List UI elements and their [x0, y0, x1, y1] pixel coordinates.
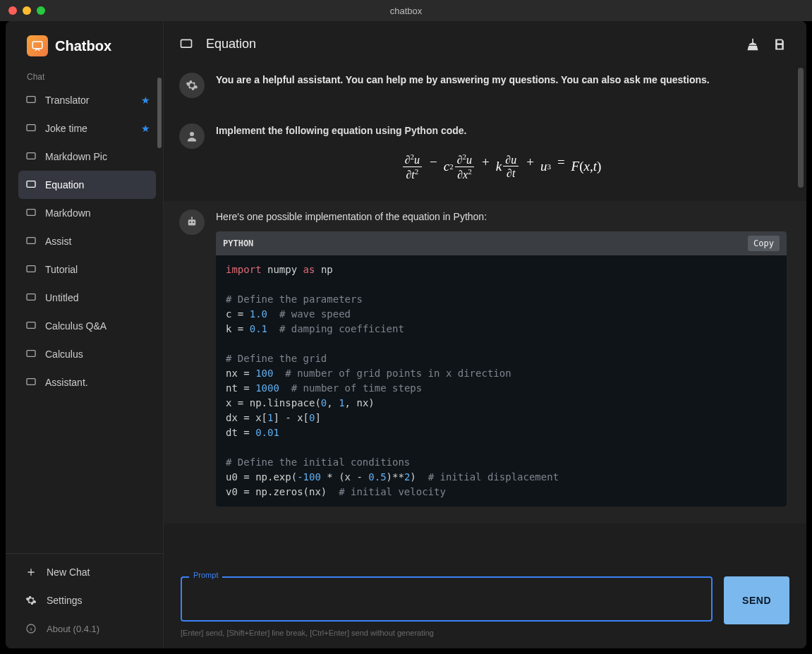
sidebar-item-tutorial[interactable]: Tutorial	[18, 255, 156, 284]
assistant-avatar	[179, 210, 205, 235]
star-icon: ★	[141, 95, 150, 106]
robot-icon	[186, 216, 198, 229]
sidebar-item-label: Calculus	[45, 349, 83, 360]
code-header: PYTHON Copy	[216, 231, 787, 255]
app-window: Chatbox Chat Translator ★ Joke time ★ Ma…	[6, 21, 806, 648]
minimize-window-button[interactable]	[23, 6, 31, 15]
input-hint: [Enter] send, [Shift+Enter] line break, …	[181, 629, 789, 637]
svg-rect-4	[27, 181, 35, 188]
sidebar-item-label: Markdown Pic	[45, 151, 107, 162]
sidebar-item-markdown[interactable]: Markdown	[18, 199, 156, 227]
messages-scrollbar[interactable]	[798, 68, 804, 188]
settings-button[interactable]: Settings	[18, 586, 156, 614]
message-assistant: Here's one possible implementation of th…	[164, 201, 806, 523]
sidebar-item-assist[interactable]: Assist	[18, 227, 156, 255]
gear-icon	[25, 595, 37, 606]
chat-icon	[25, 292, 37, 303]
sidebar-item-label: Tutorial	[45, 264, 78, 275]
chat-icon	[25, 377, 37, 388]
sidebar: Chatbox Chat Translator ★ Joke time ★ Ma…	[6, 21, 164, 648]
user-content: Implement the following equation using P…	[216, 123, 787, 184]
broom-icon[interactable]	[746, 37, 760, 52]
window-title: chatbox	[390, 6, 423, 16]
svg-point-16	[190, 222, 191, 223]
app-name: Chatbox	[55, 38, 111, 54]
gear-icon	[186, 79, 198, 92]
main-panel: Equation You are a helpful assistant. Yo…	[164, 21, 806, 648]
input-area: Prompt SEND [Enter] send, [Shift+Enter] …	[164, 569, 806, 648]
equation-display: ∂2u∂t2 − c2∂2u∂x2 + k∂u∂t + u3 = F(x, t)	[216, 138, 787, 184]
assistant-content: Here's one possible implementation of th…	[216, 210, 787, 507]
svg-rect-7	[27, 266, 35, 272]
svg-rect-1	[27, 97, 35, 103]
svg-rect-3	[27, 153, 35, 159]
conversation-header: Equation	[164, 21, 806, 64]
prompt-input[interactable]	[181, 576, 713, 622]
svg-rect-6	[27, 238, 35, 244]
sidebar-scrollbar[interactable]	[157, 78, 162, 148]
star-icon: ★	[141, 123, 150, 134]
app-logo: Chatbox	[6, 21, 163, 66]
sidebar-item-equation[interactable]: Equation	[18, 171, 156, 199]
svg-point-14	[190, 132, 194, 136]
maximize-window-button[interactable]	[37, 6, 45, 15]
sidebar-item-label: Calculus Q&A	[45, 320, 107, 332]
close-window-button[interactable]	[8, 6, 17, 15]
chat-icon	[25, 320, 37, 332]
sidebar-item-assistant[interactable]: Assistant.	[18, 368, 156, 396]
save-icon[interactable]	[772, 37, 787, 52]
sidebar-item-calculus-qa[interactable]: Calculus Q&A	[18, 312, 156, 340]
sidebar-item-label: Untitled	[45, 292, 78, 303]
message-user: Implement the following equation using P…	[164, 115, 806, 201]
sidebar-item-calculus[interactable]: Calculus	[18, 340, 156, 368]
chat-icon	[25, 207, 37, 219]
chat-icon	[25, 179, 37, 190]
sidebar-item-label: Equation	[45, 179, 84, 190]
svg-rect-13	[181, 40, 192, 47]
sidebar-item-label: Assistant.	[45, 377, 88, 388]
about-button[interactable]: About (0.4.1)	[18, 614, 156, 643]
chat-icon	[179, 37, 193, 52]
code-language: PYTHON	[223, 237, 253, 250]
prompt-label: Prompt	[189, 571, 222, 579]
user-avatar	[179, 123, 205, 149]
svg-rect-0	[32, 42, 42, 49]
new-chat-button[interactable]: New Chat	[18, 558, 156, 586]
plus-icon	[25, 567, 37, 578]
assistant-text: Here's one possible implementation of th…	[216, 210, 787, 224]
copy-button[interactable]: Copy	[748, 236, 780, 251]
sidebar-item-label: Joke time	[45, 123, 87, 134]
conversation-title: Equation	[206, 37, 256, 52]
sidebar-item-translator[interactable]: Translator ★	[18, 86, 156, 114]
chat-icon	[25, 151, 37, 162]
code-body[interactable]: import numpy as np # Define the paramete…	[216, 255, 787, 507]
svg-point-18	[191, 217, 193, 219]
about-label: About (0.4.1)	[47, 624, 99, 634]
system-content: You are a helpful assistant. You can hel…	[216, 73, 787, 98]
message-system: You are a helpful assistant. You can hel…	[164, 64, 806, 115]
chat-icon	[25, 349, 37, 360]
svg-point-17	[193, 222, 194, 223]
sidebar-item-markdown-pic[interactable]: Markdown Pic	[18, 143, 156, 171]
info-icon	[25, 623, 37, 634]
send-button[interactable]: SEND	[724, 576, 789, 624]
chat-icon	[25, 123, 37, 134]
sidebar-item-joke-time[interactable]: Joke time ★	[18, 114, 156, 143]
new-chat-label: New Chat	[47, 567, 90, 578]
titlebar: chatbox	[0, 0, 812, 21]
chat-icon	[25, 236, 37, 247]
system-text: You are a helpful assistant. You can hel…	[216, 74, 710, 85]
sidebar-item-untitled[interactable]: Untitled	[18, 284, 156, 312]
svg-rect-2	[27, 125, 35, 131]
svg-rect-15	[188, 220, 196, 226]
chat-icon	[25, 95, 37, 106]
traffic-lights	[8, 6, 45, 15]
code-block: PYTHON Copy import numpy as np # Define …	[216, 231, 787, 507]
person-icon	[186, 130, 198, 143]
sidebar-item-label: Assist	[45, 236, 71, 247]
svg-rect-10	[27, 351, 35, 357]
svg-rect-9	[27, 322, 35, 329]
sidebar-section-label: Chat	[6, 66, 163, 85]
chatbox-logo-icon	[27, 35, 48, 56]
messages: You are a helpful assistant. You can hel…	[164, 64, 806, 569]
